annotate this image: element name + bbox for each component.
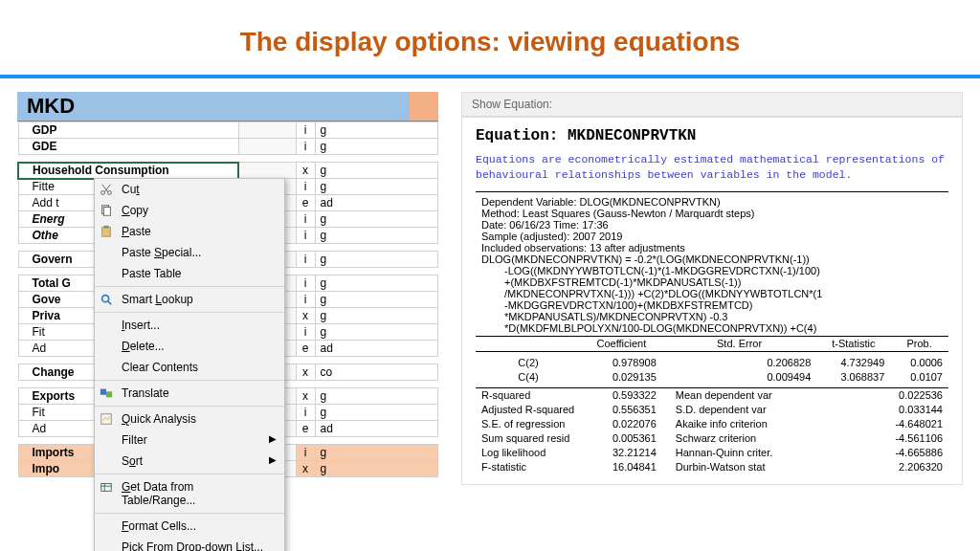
data-icon: [100, 480, 113, 494]
equation-title: Equation: MKDNECONPRVTKN: [476, 127, 948, 144]
ctx-translate[interactable]: Translate: [95, 383, 284, 404]
svg-rect-5: [103, 226, 108, 229]
equation-panel: Show Equation: Equation: MKDNECONPRVTKN …: [461, 92, 963, 485]
row-label[interactable]: GDP: [18, 122, 238, 139]
svg-point-0: [101, 191, 105, 195]
ctx-paste-special-[interactable]: Paste Special...: [95, 242, 284, 263]
slide-title: The display options: viewing equations: [0, 0, 980, 75]
sheet-header: MKD: [17, 92, 410, 121]
stats-table: Dependent Variable: DLOG(MKDNECONPRVTKN)…: [476, 191, 948, 474]
svg-rect-4: [102, 228, 111, 237]
svg-rect-3: [103, 208, 110, 216]
svg-point-1: [108, 191, 112, 195]
ctx-clear-contents[interactable]: Clear Contents: [95, 357, 284, 378]
paste-icon: [100, 225, 113, 238]
ctx-cut[interactable]: Cut: [95, 179, 284, 200]
row-label[interactable]: Household Consumption: [18, 163, 238, 179]
copy-icon: [100, 204, 113, 217]
context-menu[interactable]: CutCopyPastePaste Special...Paste TableS…: [94, 178, 285, 551]
qa-icon: [100, 412, 113, 426]
ctx-delete-[interactable]: Delete...: [95, 336, 284, 357]
ctx-paste[interactable]: Paste: [95, 221, 284, 242]
ctx-pick-from-drop-down-list-[interactable]: Pick From Drop-down List...: [95, 537, 284, 551]
ctx-insert-[interactable]: Insert...: [95, 315, 284, 336]
ctx-paste-table[interactable]: Paste Table: [95, 263, 284, 284]
svg-rect-10: [101, 484, 112, 492]
cut-icon: [100, 183, 113, 196]
row-label[interactable]: GDE: [18, 139, 238, 155]
svg-rect-7: [100, 389, 106, 395]
ctx-sort[interactable]: Sort▶: [95, 451, 284, 472]
spreadsheet-panel: MKD GDPigGDEigHousehold ConsumptionxgFit…: [17, 92, 438, 485]
svg-rect-8: [106, 391, 112, 397]
ctx-format-cells-[interactable]: Format Cells...: [95, 516, 284, 537]
ctx-smart-lookup[interactable]: Smart Lookup: [95, 289, 284, 310]
ctx-copy[interactable]: Copy: [95, 200, 284, 221]
ctx-filter[interactable]: Filter▶: [95, 430, 284, 451]
title-bar: [0, 75, 980, 78]
lookup-icon: [100, 293, 113, 306]
trans-icon: [100, 386, 113, 400]
ctx-quick-analysis[interactable]: Quick Analysis: [95, 408, 284, 430]
svg-point-6: [102, 296, 109, 302]
equation-desc: Equations are econometrically estimated …: [476, 152, 948, 182]
show-equation-header: Show Equation:: [461, 92, 963, 117]
ctx-get-data-from-table-range-[interactable]: Get Data from Table/Range...: [95, 476, 284, 511]
orange-cell: [410, 92, 438, 121]
svg-rect-9: [101, 414, 112, 425]
